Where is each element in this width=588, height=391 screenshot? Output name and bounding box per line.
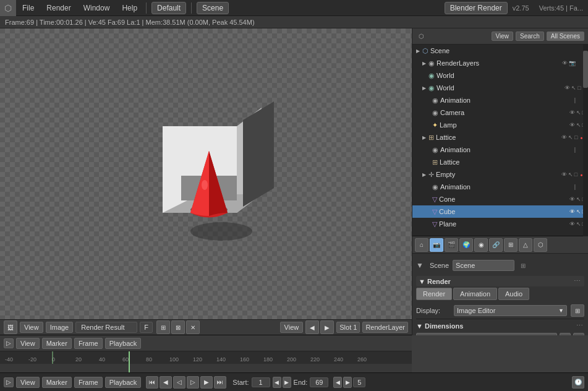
tree-lattice-child[interactable]: ⊞ Lattice [412,156,588,168]
fps-prev-btn[interactable]: ◀ [333,377,342,388]
img-icon-2[interactable]: ⊠ [171,320,185,334]
tick-220: 220 [310,356,320,363]
dimensions-title: ▼ Dimensions [416,322,463,330]
render-result-field[interactable]: Render Result [75,322,137,333]
camera-icon-2: □ [577,85,581,91]
prop-icon-world[interactable]: 🌍 [459,238,473,252]
tree-scene[interactable]: ▶ ⬡ Scene [412,45,588,57]
playback-frame-btn[interactable]: Frame [74,377,103,388]
render-tab-audio[interactable]: Audio [498,288,529,300]
timeline-type-icon[interactable]: ▷ [4,338,14,348]
scrollbar-thumb[interactable] [583,51,588,88]
prop-icon-house[interactable]: ⌂ [415,238,428,252]
tree-renderlayers[interactable]: ▶ ◉ RenderLayers 👁 📷 [412,57,588,69]
image-type-icon[interactable]: 🖼 [4,320,17,334]
playback-view-btn[interactable]: View [16,377,40,388]
preset-remove-btn[interactable]: - [573,333,584,335]
menu-window[interactable]: Window [77,0,116,16]
outliner-view-btn[interactable]: View [492,32,514,41]
menu-help[interactable]: Help [116,0,143,16]
timeline-playback-btn[interactable]: Playback [105,338,142,349]
outliner-search-btn[interactable]: Search [516,32,544,41]
tree-animation-1[interactable]: ◉ Animation | [412,94,588,106]
timeline-view-btn[interactable]: View [16,338,40,349]
outliner-tree[interactable]: ▶ ⬡ Scene ▶ ◉ RenderLayers 👁 📷 ◉ World [412,45,588,236]
start-frame-input[interactable]: 1 [252,377,270,387]
tick-160: 160 [240,356,249,363]
outliner-allscenes-btn[interactable]: All Scenes [547,32,584,41]
prop-icon-object[interactable]: ◉ [474,238,488,252]
jump-start-btn[interactable]: ⏮ [146,376,158,389]
display-icon-btn[interactable]: ⊞ [571,304,584,317]
play-reverse-btn[interactable]: ◁ [173,376,185,389]
timeline-track[interactable] [0,364,412,372]
img-view-btn[interactable]: View [20,322,43,333]
tree-animation-3[interactable]: ◉ Animation | [412,181,588,193]
timeline-ruler[interactable]: -40 -20 0 20 40 60 80 100 120 140 160 18… [0,351,412,364]
tree-plane[interactable]: ▽ Plane 👁 ↖ □ [412,218,588,230]
tree-lamp[interactable]: ✦ Lamp 👁 ↖ □ [412,119,588,131]
img-icon-1[interactable]: ⊞ [156,320,170,334]
timeline-marker-btn[interactable]: Marker [42,338,72,349]
clock-icon[interactable]: 🕐 [572,376,584,389]
tree-animation-2[interactable]: ◉ Animation | [412,144,588,156]
image-editor-bar: 🖼 View Image Render Result F ⊞ ⊠ ✕ View … [0,319,412,335]
prev-frame-btn[interactable]: ◀ [305,320,319,334]
next-frame-btn[interactable]: ▶ [320,320,334,334]
menu-render[interactable]: Render [40,0,77,16]
scene-selector[interactable]: Scene [197,2,229,14]
playback-type-icon[interactable]: ▷ [4,377,14,387]
tree-world-1[interactable]: ◉ World [412,69,588,82]
blender-icon[interactable]: ⬡ [0,0,16,16]
scene-dropdown[interactable]: Scene [453,260,514,271]
menu-file[interactable]: File [16,0,40,16]
prop-icon-modifiers[interactable]: ⊞ [504,238,518,252]
workspace-selector[interactable]: Default [151,2,186,14]
fps-next-btn[interactable]: ▶ [343,377,352,388]
playback-playback-btn[interactable]: Playback [105,377,142,388]
tree-world-2[interactable]: ▶ ◉ World 👁 ↖ □ ● [412,82,588,94]
jump-end-btn[interactable]: ⏭ [214,376,226,389]
viewport[interactable] [0,28,412,335]
render-tab-animation[interactable]: Animation [453,288,497,300]
tree-cone[interactable]: ▽ Cone 👁 ↖ □ [412,193,588,205]
expand-icon: ▶ [416,48,422,54]
prev-btn[interactable]: ◀ [160,376,172,389]
start-prev-btn[interactable]: ◀ [273,377,281,388]
slot-selector[interactable]: Slot 1 [336,322,360,333]
next-btn[interactable]: ▶ [200,376,213,389]
tree-camera[interactable]: ◉ Camera 👁 ↖ □ [412,106,588,119]
tree-lattice[interactable]: ▶ ⊞ Lattice 👁 ↖ □ ●●● [412,131,588,144]
render-engine-selector[interactable]: Blender Render [445,2,508,14]
playback-marker-btn[interactable]: Marker [42,377,72,388]
panel-icon: ⬡ [416,32,426,41]
preset-add-btn[interactable]: + [560,333,571,335]
tick--20: -20 [28,356,36,363]
img-view-btn-r[interactable]: View [280,322,304,333]
prop-icon-render[interactable]: 📷 [430,238,443,252]
prop-icon-constraints[interactable]: 🔗 [489,238,503,252]
scene-icon-btn[interactable]: ⊞ [518,262,528,269]
render-tab-render[interactable]: Render [416,288,452,300]
fps-controls: ◀ ▶ 5 [333,377,365,388]
img-icon-x[interactable]: ✕ [186,320,200,334]
tree-cube[interactable]: ▽ Cube 👁 ↖ □ [412,205,588,218]
prop-icon-materials[interactable]: ⬡ [534,238,547,252]
renderlayer-selector[interactable]: RenderLayer [362,322,408,333]
f-label[interactable]: F [140,322,153,333]
timeline-frame-btn[interactable]: Frame [74,338,103,349]
outliner-scrollbar[interactable] [583,45,588,236]
cone-label: Cone [439,196,569,203]
prop-icon-data[interactable]: △ [519,238,532,252]
img-image-btn[interactable]: Image [46,322,74,333]
tick-20: 20 [75,356,82,363]
prop-icon-scene[interactable]: 🎬 [445,238,458,252]
display-dropdown[interactable]: Image Editor ▼ [454,305,567,316]
end-frame-input[interactable]: 69 [310,377,328,387]
start-next-btn[interactable]: ▶ [283,377,291,388]
render-presets-dropdown[interactable]: Render Presets ▼ [416,333,557,335]
play-btn[interactable]: ▷ [187,376,199,389]
fps-input[interactable]: 5 [353,377,365,387]
tree-empty[interactable]: ▶ ✛ Empty 👁 ↖ □ ● ● ● [412,168,588,181]
svg-point-6 [202,180,208,190]
